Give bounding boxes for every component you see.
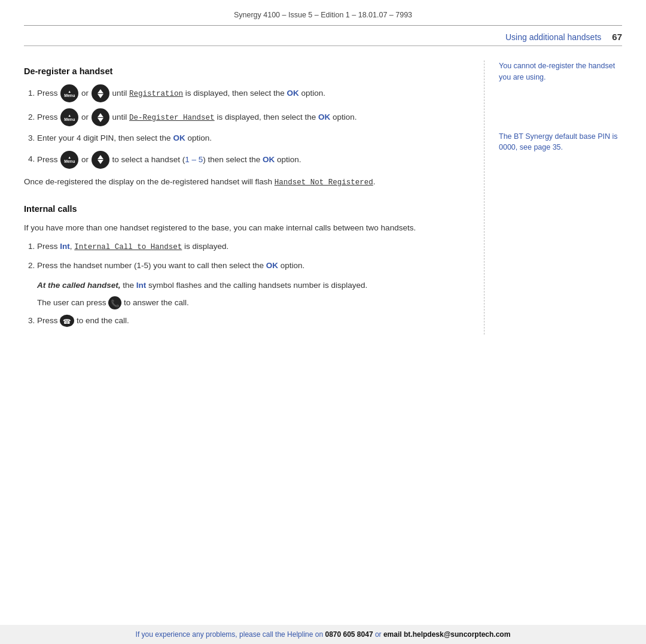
arrow-down-icon-3 xyxy=(97,160,103,164)
page-header: Synergy 4100 – Issue 5 – Edition 1 – 18.… xyxy=(0,0,646,25)
internal-note-1: At the called handset, the Int symbol fl… xyxy=(37,280,472,292)
arrow-down-icon xyxy=(97,94,103,98)
end-call-icon: ☎ xyxy=(60,314,74,327)
arrow-down-icon-2 xyxy=(97,118,103,122)
page-footer: If you experience any problems, please c… xyxy=(0,625,646,644)
footer-email-label: email xyxy=(383,630,402,639)
menu-button-1: ▲ Menu xyxy=(60,84,78,102)
header-title: Synergy 4100 – Issue 5 – Edition 1 – 18.… xyxy=(234,11,412,19)
arrow-up-icon-2 xyxy=(97,113,103,117)
main-content: De-register a handset Press ▲ Menu or un… xyxy=(0,46,646,335)
deregister-note: Once de-registered the display on the de… xyxy=(24,176,472,189)
section-title: Using additional handsets xyxy=(505,32,601,42)
footer-phone: 0870 605 8047 xyxy=(325,630,373,639)
deregister-step-2: Press ▲ Menu or until De-Register Handse… xyxy=(37,108,472,126)
deregister-step-1: Press ▲ Menu or until Registration is di… xyxy=(37,84,472,102)
nav-button-1 xyxy=(92,84,109,102)
deregister-step-3: Enter your 4 digit PIN, then select the … xyxy=(37,132,472,145)
right-column: You cannot de-register the handset you a… xyxy=(484,60,622,335)
right-note-2: The BT Synergy default base PIN is 0000,… xyxy=(499,131,622,154)
left-column: De-register a handset Press ▲ Menu or un… xyxy=(24,60,484,335)
menu-button-2: ▲ Menu xyxy=(60,108,78,126)
internal-step-2: Press the handset number (1-5) you want … xyxy=(37,260,472,272)
internal-calls-steps: Press Int, Internal Call to Handset is d… xyxy=(24,241,472,272)
svg-text:☎: ☎ xyxy=(63,318,71,325)
menu-button-3: ▲ Menu xyxy=(60,151,78,169)
internal-step-1: Press Int, Internal Call to Handset is d… xyxy=(37,241,472,253)
internal-calls-heading: Internal calls xyxy=(24,204,472,214)
section-header-row: Using additional handsets 67 xyxy=(0,26,646,45)
nav-button-3 xyxy=(92,151,109,169)
nav-button-2 xyxy=(92,108,109,126)
phone-answer-icon: 📞 xyxy=(108,296,121,309)
internal-step-3-list: Press ☎ to end the call. xyxy=(24,314,472,327)
page-number: 67 xyxy=(612,32,622,42)
footer-email-value: bt.helpdesk@suncorptech.com xyxy=(404,630,510,639)
internal-calls-intro: If you have more than one handset regist… xyxy=(24,222,472,235)
footer-prefix: If you experience any problems, please c… xyxy=(136,630,324,639)
deregister-step-4: Press ▲ Menu or to select a handset (1 –… xyxy=(37,151,472,169)
footer-or: or xyxy=(375,630,383,639)
arrow-up-icon xyxy=(97,89,103,93)
right-note-1: You cannot de-register the handset you a… xyxy=(499,60,622,83)
internal-step-3: Press ☎ to end the call. xyxy=(37,314,472,327)
svg-text:📞: 📞 xyxy=(111,299,120,308)
internal-calls-section: Internal calls If you have more than one… xyxy=(24,204,472,327)
internal-note-2: The user can press 📞 to answer the call. xyxy=(37,296,472,309)
deregister-heading: De-register a handset xyxy=(24,66,472,76)
arrow-up-icon-3 xyxy=(97,155,103,159)
deregister-steps: Press ▲ Menu or until Registration is di… xyxy=(24,84,472,169)
